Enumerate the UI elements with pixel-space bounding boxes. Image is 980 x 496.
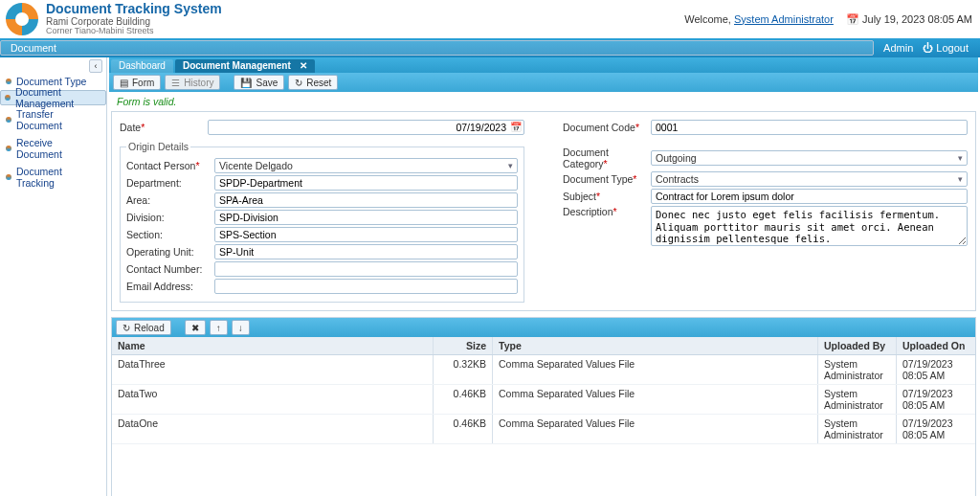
table-row[interactable]: DataTwo 0.46KB Comma Separated Values Fi… (112, 385, 975, 415)
form-area: Date 📅 Origin Details Contact Person Vic… (111, 111, 976, 311)
table-row[interactable]: DataThree 0.32KB Comma Separated Values … (112, 355, 975, 385)
col-size[interactable]: Size (434, 337, 493, 354)
table-row[interactable]: DataOne 0.46KB Comma Separated Values Fi… (112, 415, 975, 444)
brand-title: Document Tracking System (46, 2, 222, 16)
reload-icon: ↻ (122, 323, 130, 333)
move-up-button[interactable]: ↑ (210, 320, 228, 335)
department-label: Department: (126, 177, 214, 189)
current-user-link[interactable]: System Administrator (734, 13, 834, 25)
cell-upby: System Administrator (818, 355, 897, 384)
menu-admin[interactable]: Admin (874, 38, 923, 57)
cell-type: Comma Separated Values File (493, 415, 818, 443)
operating-unit-input[interactable] (214, 244, 518, 259)
current-datetime: July 19, 2023 08:05 AM (862, 13, 972, 25)
brand-bar: Document Tracking System Rami Corporate … (0, 0, 980, 38)
contact-number-label: Contact Number: (126, 263, 214, 275)
cell-upon: 07/19/2023 08:05 AM (897, 415, 975, 443)
sidebar-item-transfer[interactable]: Transfer Document (0, 105, 106, 134)
cell-upon: 07/19/2023 08:05 AM (897, 355, 975, 384)
list-icon: ☰ (171, 78, 180, 88)
reset-button[interactable]: ↻Reset (288, 75, 338, 90)
cell-type: Comma Separated Values File (493, 385, 818, 414)
calendar-icon[interactable]: 📅 (510, 122, 522, 132)
bullet-icon (6, 174, 11, 180)
doc-code-input[interactable] (651, 120, 968, 135)
delete-icon: ✖ (191, 323, 199, 333)
email-input[interactable] (214, 279, 518, 294)
sidebar-collapse-button[interactable]: ‹ (89, 59, 102, 73)
email-label: Email Address: (126, 281, 214, 292)
section-label: Section: (126, 229, 214, 240)
select-value: Outgoing (656, 152, 697, 164)
save-button[interactable]: 💾Save (234, 75, 284, 90)
description-textarea[interactable] (651, 206, 968, 246)
select-value: Contracts (656, 173, 699, 185)
doc-category-select[interactable]: Outgoing▾ (651, 150, 968, 166)
grid-toolbar: ↻Reload ✖ ↑ ↓ (112, 318, 975, 337)
doc-code-label: Document Code (563, 122, 651, 133)
contact-label: Contact Person (126, 160, 214, 171)
chevron-down-icon: ▾ (508, 161, 513, 170)
tab-dashboard[interactable]: Dashboard (111, 59, 173, 73)
brand-address: Corner Tiano-Mabini Streets (46, 27, 222, 36)
form-button[interactable]: ▤Form (113, 75, 161, 90)
doc-type-select[interactable]: Contracts▾ (651, 171, 968, 187)
calendar-icon: 📅 (846, 13, 859, 25)
delete-button[interactable]: ✖ (185, 320, 206, 335)
sidebar-item-label: Document Tracking (16, 166, 100, 189)
arrow-up-icon: ↑ (216, 323, 221, 333)
content: Dashboard Document Management ✕ ▤Form ☰H… (107, 57, 980, 496)
date-input[interactable] (208, 120, 524, 135)
description-label: Description (563, 206, 651, 217)
reset-icon: ↻ (295, 78, 302, 88)
division-input[interactable] (214, 210, 518, 225)
contact-select[interactable]: Vicente Delgado▾ (214, 158, 518, 173)
doc-category-label: Document Category (563, 147, 651, 169)
tab-close-icon[interactable]: ✕ (300, 60, 307, 71)
grid-body[interactable]: DataThree 0.32KB Comma Separated Values … (112, 355, 975, 496)
area-label: Area: (126, 194, 214, 206)
cell-upby: System Administrator (818, 385, 897, 414)
tab-document-management[interactable]: Document Management ✕ (175, 59, 315, 73)
menu-document[interactable]: Document (0, 40, 874, 56)
chevron-down-icon: ▾ (958, 153, 963, 163)
sidebar-item-doc-management[interactable]: Document Management (0, 90, 106, 105)
sidebar-item-label: Document Management (15, 86, 101, 109)
sidebar-item-tracking[interactable]: Document Tracking (0, 163, 106, 192)
tabstrip: Dashboard Document Management ✕ (109, 57, 978, 73)
reload-button[interactable]: ↻Reload (116, 320, 171, 335)
form-icon: ▤ (120, 78, 128, 88)
cell-upon: 07/19/2023 08:05 AM (897, 385, 975, 414)
subject-label: Subject (563, 191, 651, 202)
power-icon: ⏻ (923, 42, 933, 54)
contact-number-input[interactable] (214, 261, 518, 277)
sidebar-item-label: Receive Document (16, 137, 100, 160)
logout-button[interactable]: ⏻ Logout (923, 42, 980, 54)
sidebar-item-receive[interactable]: Receive Document (0, 134, 106, 163)
col-uploaded-by[interactable]: Uploaded By (818, 337, 897, 354)
button-label: Save (256, 78, 278, 88)
area-input[interactable] (214, 192, 518, 208)
department-input[interactable] (214, 175, 518, 191)
welcome-prefix: Welcome, (684, 13, 734, 25)
button-label: Reload (134, 323, 165, 333)
chevron-down-icon: ▾ (958, 174, 963, 184)
select-value: Vicente Delgado (219, 160, 293, 171)
brand-logo (6, 3, 38, 35)
section-input[interactable] (214, 227, 518, 242)
tab-label: Document Management (183, 60, 291, 71)
logout-label: Logout (936, 42, 969, 54)
tab-label: Dashboard (119, 60, 166, 71)
col-uploaded-on[interactable]: Uploaded On (897, 337, 975, 354)
col-type[interactable]: Type (493, 337, 818, 354)
cell-type: Comma Separated Values File (493, 355, 818, 384)
bullet-icon (5, 95, 11, 101)
button-label: Reset (306, 78, 331, 88)
cell-name: DataThree (112, 355, 434, 384)
move-down-button[interactable]: ↓ (232, 320, 250, 335)
col-name[interactable]: Name (112, 337, 434, 354)
cell-size: 0.32KB (434, 355, 493, 384)
subject-input[interactable] (651, 189, 968, 204)
button-label: History (184, 78, 213, 88)
arrow-down-icon: ↓ (238, 323, 243, 333)
